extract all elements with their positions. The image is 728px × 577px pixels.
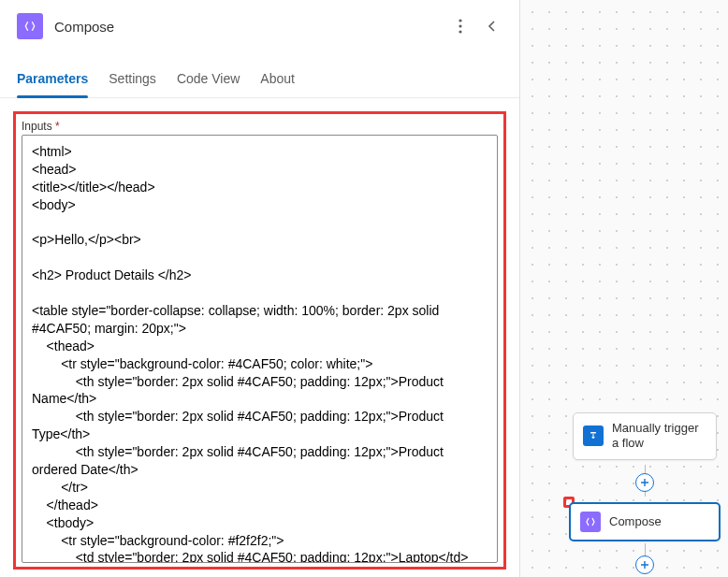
add-step-button-1[interactable] bbox=[635, 473, 654, 492]
required-mark: * bbox=[55, 120, 60, 133]
compose-node-highlight: Compose bbox=[563, 497, 575, 508]
inputs-label: Inputs * bbox=[22, 120, 498, 133]
more-menu-button[interactable] bbox=[450, 16, 471, 36]
inputs-textarea[interactable] bbox=[22, 135, 498, 563]
compose-icon bbox=[17, 13, 43, 39]
tab-settings[interactable]: Settings bbox=[109, 62, 156, 97]
add-step-button-2[interactable] bbox=[635, 555, 654, 574]
svg-point-0 bbox=[459, 19, 461, 22]
compose-node-label: Compose bbox=[609, 514, 662, 529]
panel-title: Compose bbox=[54, 19, 439, 35]
svg-rect-3 bbox=[590, 432, 596, 434]
trigger-node[interactable]: Manually trigger a flow bbox=[573, 412, 717, 460]
collapse-panel-button[interactable] bbox=[482, 16, 502, 36]
tab-code-view[interactable]: Code View bbox=[177, 62, 240, 97]
tab-bar: Parameters Settings Code View About bbox=[0, 62, 519, 98]
tab-parameters[interactable]: Parameters bbox=[17, 62, 88, 97]
compose-node[interactable]: Compose bbox=[569, 502, 721, 541]
inputs-label-text: Inputs bbox=[22, 120, 52, 133]
svg-point-2 bbox=[459, 30, 461, 33]
compose-node-icon bbox=[580, 512, 601, 532]
svg-point-1 bbox=[459, 24, 461, 27]
parameters-body: Inputs * bbox=[0, 98, 519, 577]
designer-canvas[interactable]: Manually trigger a flow Compose bbox=[519, 0, 728, 577]
inputs-highlight: Inputs * bbox=[13, 111, 506, 570]
tab-about[interactable]: About bbox=[260, 62, 295, 97]
trigger-node-label: Manually trigger a flow bbox=[612, 421, 706, 452]
trigger-icon bbox=[583, 426, 604, 446]
action-config-panel: Compose Parameters Settings Code View Ab… bbox=[0, 0, 519, 577]
panel-header: Compose bbox=[0, 0, 519, 52]
